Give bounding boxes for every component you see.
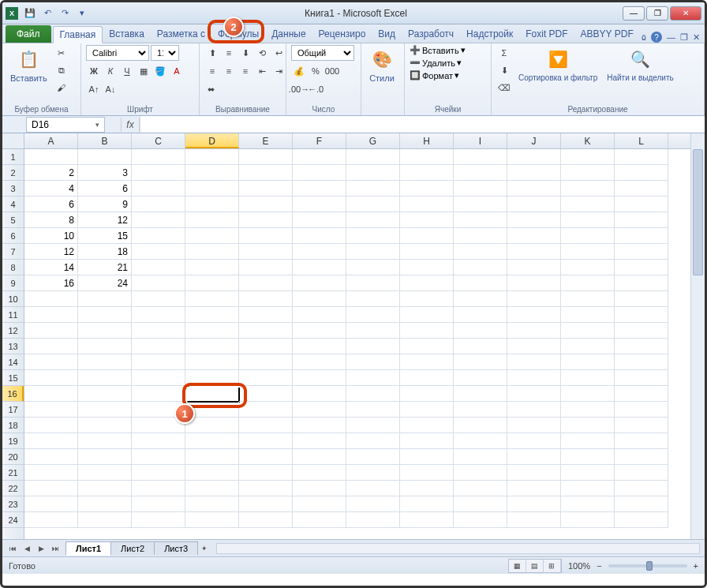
cell-K16[interactable] (561, 386, 615, 402)
cell-G24[interactable] (346, 512, 400, 528)
cell-E5[interactable] (239, 212, 293, 228)
cell-H11[interactable] (400, 307, 454, 323)
cell-H10[interactable] (400, 291, 454, 307)
cell-D18[interactable] (185, 418, 239, 433)
cell-L7[interactable] (615, 244, 668, 260)
cell-B23[interactable] (78, 496, 132, 512)
view-layout-button[interactable]: ▤ (526, 560, 544, 572)
decrease-indent-button[interactable]: ⇤ (254, 63, 270, 79)
cell-A8[interactable]: 14 (24, 260, 78, 275)
cell-G20[interactable] (346, 449, 400, 465)
help-icon[interactable]: ? (651, 32, 662, 43)
cell-F9[interactable] (293, 275, 346, 291)
cell-I24[interactable] (454, 512, 507, 528)
cell-K9[interactable] (561, 275, 615, 291)
sheet-tab-2[interactable]: Лист2 (110, 541, 155, 555)
cell-G9[interactable] (346, 275, 400, 291)
cell-I12[interactable] (454, 323, 507, 339)
cell-A3[interactable]: 4 (24, 181, 78, 197)
cell-B18[interactable] (78, 418, 132, 433)
cell-L1[interactable] (615, 149, 668, 165)
cell-D15[interactable] (185, 370, 239, 386)
cell-D21[interactable] (185, 465, 239, 481)
cell-I21[interactable] (454, 465, 507, 481)
cell-F19[interactable] (293, 433, 346, 449)
cell-K20[interactable] (561, 449, 615, 465)
cell-J10[interactable] (507, 291, 561, 307)
cell-A2[interactable]: 2 (24, 165, 78, 181)
inner-minimize-icon[interactable]: — (667, 32, 675, 42)
cell-D7[interactable] (185, 244, 239, 260)
font-color-button[interactable]: A (169, 63, 185, 79)
cell-K10[interactable] (561, 291, 615, 307)
cell-J11[interactable] (507, 307, 561, 323)
percent-button[interactable]: % (308, 63, 324, 79)
cell-K18[interactable] (561, 418, 615, 433)
cell-C13[interactable] (132, 339, 185, 354)
cell-I1[interactable] (454, 149, 507, 165)
italic-button[interactable]: К (103, 63, 118, 79)
cell-D13[interactable] (185, 339, 239, 354)
cell-E17[interactable] (239, 402, 293, 418)
cell-C15[interactable] (132, 370, 185, 386)
cell-G13[interactable] (346, 339, 400, 354)
cell-D6[interactable] (185, 228, 239, 244)
cell-E21[interactable] (239, 465, 293, 481)
increase-font-button[interactable]: A↑ (86, 81, 102, 97)
cell-F8[interactable] (293, 260, 346, 275)
row-header-12[interactable]: 12 (2, 323, 24, 339)
cell-I17[interactable] (454, 402, 507, 418)
cell-B20[interactable] (78, 449, 132, 465)
cell-A16[interactable] (24, 386, 78, 402)
cell-I13[interactable] (454, 339, 507, 354)
cell-E15[interactable] (239, 370, 293, 386)
cell-E23[interactable] (239, 496, 293, 512)
cell-E14[interactable] (239, 354, 293, 370)
cell-I5[interactable] (454, 212, 507, 228)
cell-G3[interactable] (346, 181, 400, 197)
cell-F11[interactable] (293, 307, 346, 323)
cell-B22[interactable] (78, 481, 132, 496)
cell-K6[interactable] (561, 228, 615, 244)
cell-J22[interactable] (507, 481, 561, 496)
cell-F13[interactable] (293, 339, 346, 354)
cell-B11[interactable] (78, 307, 132, 323)
name-box[interactable]: D16 (26, 117, 105, 133)
cell-K1[interactable] (561, 149, 615, 165)
row-header-8[interactable]: 8 (2, 260, 24, 275)
cell-J12[interactable] (507, 323, 561, 339)
row-header-9[interactable]: 9 (2, 275, 24, 291)
cell-H4[interactable] (400, 197, 454, 212)
cell-G16[interactable] (346, 386, 400, 402)
align-left-button[interactable]: ≡ (204, 63, 220, 79)
cell-H19[interactable] (400, 433, 454, 449)
cell-H15[interactable] (400, 370, 454, 386)
cell-B12[interactable] (78, 323, 132, 339)
cell-D4[interactable] (185, 197, 239, 212)
cell-A19[interactable] (24, 433, 78, 449)
cell-J17[interactable] (507, 402, 561, 418)
cell-F6[interactable] (293, 228, 346, 244)
cell-L3[interactable] (615, 181, 668, 197)
cell-J13[interactable] (507, 339, 561, 354)
cell-A15[interactable] (24, 370, 78, 386)
cell-H16[interactable] (400, 386, 454, 402)
cell-F18[interactable] (293, 418, 346, 433)
row-header-14[interactable]: 14 (2, 354, 24, 370)
cell-D22[interactable] (185, 481, 239, 496)
cell-G1[interactable] (346, 149, 400, 165)
cell-J5[interactable] (507, 212, 561, 228)
cell-K12[interactable] (561, 323, 615, 339)
cell-J14[interactable] (507, 354, 561, 370)
cell-F23[interactable] (293, 496, 346, 512)
cell-C2[interactable] (132, 165, 185, 181)
view-normal-button[interactable]: ▦ (509, 560, 526, 572)
cell-L9[interactable] (615, 275, 668, 291)
cell-J1[interactable] (507, 149, 561, 165)
cell-L12[interactable] (615, 323, 668, 339)
cell-J21[interactable] (507, 465, 561, 481)
column-header-B[interactable]: B (78, 133, 132, 148)
cell-F24[interactable] (293, 512, 346, 528)
cell-A9[interactable]: 16 (24, 275, 78, 291)
cell-C6[interactable] (132, 228, 185, 244)
